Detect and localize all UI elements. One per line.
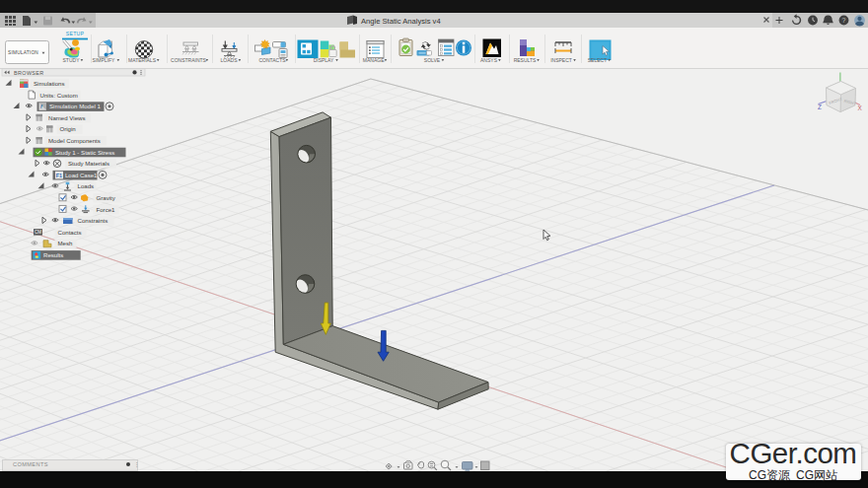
svg-text:Gravity: Gravity [97,194,116,201]
svg-text:CM: CM [35,230,41,235]
svg-text:BROWSER: BROWSER [14,70,44,76]
svg-text:?: ? [842,17,846,24]
svg-text:F1: F1 [56,173,62,178]
svg-text:STUDY: STUDY [63,57,81,63]
svg-text:INSPECT: INSPECT [550,57,572,63]
svg-text:Named Views: Named Views [48,114,85,121]
svg-text:Origin: Origin [60,125,76,132]
svg-text:SELECT: SELECT [588,57,607,63]
svg-text:SOLVE: SOLVE [424,57,441,63]
svg-text:Contacts: Contacts [58,229,82,236]
svg-text:Loads: Loads [78,182,95,189]
svg-text:SIMPLIFY: SIMPLIFY [93,57,115,63]
svg-text:RESULTS: RESULTS [514,57,537,63]
svg-text:MANAGE: MANAGE [363,57,385,63]
svg-text:Simulations: Simulations [34,80,65,87]
svg-text:Z: Z [818,104,822,110]
svg-text:Load Case1: Load Case1 [65,173,98,178]
svg-text:Angle Static Analysis v4: Angle Static Analysis v4 [361,17,441,26]
svg-text:DISPLAY: DISPLAY [314,57,334,63]
svg-text:Study 1 - Static Stress: Study 1 - Static Stress [55,149,114,156]
svg-text:Model Components: Model Components [48,137,101,144]
svg-text:LOADS: LOADS [221,57,239,63]
svg-text:CONTACTS: CONTACTS [258,57,286,63]
svg-text:Mesh: Mesh [58,240,73,246]
svg-text:X: X [858,105,863,111]
svg-text:CONSTRAINTS: CONSTRAINTS [171,57,207,63]
svg-text:Constraints: Constraints [78,217,108,224]
svg-text:Units: Custom: Units: Custom [40,92,78,99]
svg-text:Results: Results [43,251,63,258]
svg-text:Force1: Force1 [97,206,116,213]
svg-text:ANSYS: ANSYS [480,57,498,63]
svg-text:SETUP: SETUP [66,31,85,36]
svg-text:Simulation Model 1: Simulation Model 1 [49,103,101,109]
svg-text:SIMULATION: SIMULATION [8,50,38,55]
svg-text:MATERIALS: MATERIALS [128,57,157,63]
svg-text:Study Materials: Study Materials [68,160,109,167]
